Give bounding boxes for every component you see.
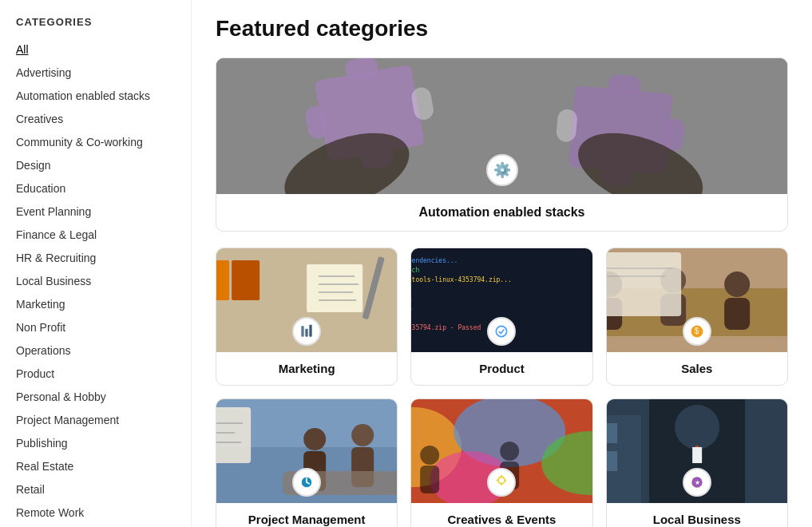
svg-point-60 (303, 428, 326, 450)
sidebar-item: Local Business (16, 271, 175, 292)
card-icon (292, 317, 321, 346)
sidebar-item: Project Management (16, 410, 175, 431)
svg-point-45 (724, 271, 750, 297)
hero-card-image: ⚙️ (216, 58, 787, 194)
sidebar-link[interactable]: Event Planning (16, 201, 175, 223)
card-icon (487, 468, 516, 497)
svg-text:★: ★ (695, 478, 700, 486)
svg-rect-56 (216, 407, 251, 463)
sidebar-link[interactable]: Project Management (16, 410, 175, 431)
card-icon (292, 468, 321, 497)
svg-text:compiling sdk-tools-linux-4353: compiling sdk-tools-linux-4353794.zip... (411, 276, 512, 283)
sidebar-link[interactable]: Finance & Legal (16, 224, 175, 246)
card-image (411, 399, 592, 503)
svg-text:% building dependencies...: % building dependencies... (411, 257, 457, 264)
card-grid: Marketing % building dependencies... sou… (216, 248, 788, 527)
sidebar-title: CATEGORIES (16, 16, 175, 28)
sidebar-item: Automation enabled stacks (16, 85, 175, 107)
svg-point-77 (500, 442, 519, 461)
sidebar-item: HR & Recruiting (16, 248, 175, 269)
card-image: % building dependencies... sources.cmake… (411, 248, 592, 352)
sidebar-link[interactable]: Design (16, 155, 175, 176)
svg-rect-94 (607, 451, 617, 471)
sidebar-item: Marketing (16, 294, 175, 315)
sidebar-item: All (16, 39, 175, 61)
card-image (216, 399, 397, 503)
svg-rect-87 (692, 447, 702, 463)
hero-icon: ⚙️ (486, 154, 518, 186)
sidebar-link[interactable]: Retail (16, 479, 175, 501)
svg-rect-76 (420, 466, 439, 493)
svg-rect-27 (305, 329, 307, 337)
page-title: Featured categories (216, 16, 788, 42)
svg-point-86 (675, 405, 719, 450)
sidebar-item: Remote Work (16, 502, 175, 524)
svg-text:$: $ (694, 327, 699, 335)
sidebar-link[interactable]: HR & Recruiting (16, 248, 175, 269)
category-card[interactable]: $ Sales (606, 248, 788, 386)
svg-point-75 (420, 446, 439, 465)
card-image (216, 248, 397, 352)
sidebar-link[interactable]: Operations (16, 340, 175, 362)
sidebar-link[interactable]: All (16, 39, 175, 61)
sidebar-link[interactable]: Creatives (16, 109, 175, 130)
sidebar-link[interactable]: Community & Co-working (16, 132, 175, 153)
sidebar-item: Operations (16, 340, 175, 362)
svg-text:android-sdk-4535794.zip - Pass: android-sdk-4535794.zip - Passed (411, 324, 481, 331)
card-label: Project Management (216, 503, 397, 527)
sidebar-list: AllAdvertisingAutomation enabled stacksC… (16, 39, 175, 527)
card-label: Sales (607, 352, 787, 385)
category-card[interactable]: Creatives & Events (410, 398, 592, 527)
sidebar-link[interactable]: Advertising (16, 62, 175, 84)
sidebar-link[interactable]: Publishing (16, 433, 175, 454)
svg-rect-16 (232, 260, 259, 300)
card-icon (487, 317, 516, 346)
svg-rect-46 (724, 298, 750, 330)
svg-rect-15 (216, 260, 229, 300)
card-label: Marketing (216, 352, 397, 385)
sidebar-link[interactable]: Non Profit (16, 317, 175, 339)
category-card[interactable]: ★ Local Business (606, 398, 788, 527)
sidebar-item: Community & Co-working (16, 132, 175, 153)
svg-point-62 (351, 424, 374, 446)
hero-card[interactable]: ⚙️ Automation enabled stacks (216, 57, 788, 232)
sidebar-item: Education (16, 178, 175, 200)
card-label: Product (411, 352, 592, 385)
sidebar-item: Event Planning (16, 201, 175, 223)
sidebar-link[interactable]: Automation enabled stacks (16, 85, 175, 107)
sidebar-item: Retail (16, 479, 175, 501)
card-label: Creatives & Events (411, 503, 592, 527)
sidebar-item: Product (16, 363, 175, 385)
sidebar-link[interactable]: Product (16, 363, 175, 385)
sidebar-link[interactable]: Real Estate (16, 456, 175, 477)
card-image: ★ (607, 399, 787, 503)
category-card[interactable]: % building dependencies... sources.cmake… (410, 248, 592, 386)
svg-rect-91 (607, 423, 617, 443)
card-icon: ★ (683, 468, 711, 497)
svg-rect-17 (307, 264, 362, 312)
sidebar-link[interactable]: Education (16, 178, 175, 200)
sidebar-item: Design (16, 155, 175, 176)
sidebar-item: Non Profit (16, 317, 175, 339)
card-image: $ (607, 248, 787, 352)
svg-rect-49 (607, 252, 681, 316)
svg-rect-28 (309, 325, 311, 337)
sidebar-link[interactable]: Marketing (16, 294, 175, 315)
category-card[interactable]: Project Management (216, 398, 398, 527)
sidebar-item: Real Estate (16, 456, 175, 477)
sidebar-item: Creatives (16, 109, 175, 130)
sidebar: CATEGORIES AllAdvertisingAutomation enab… (0, 0, 192, 527)
hero-card-label: Automation enabled stacks (216, 194, 787, 231)
sidebar-item: Finance & Legal (16, 224, 175, 246)
sidebar-item: Advertising (16, 62, 175, 84)
sidebar-item: Personal & Hobby (16, 386, 175, 408)
svg-point-38 (497, 326, 507, 336)
category-card[interactable]: Marketing (216, 248, 398, 386)
sidebar-link[interactable]: Personal & Hobby (16, 386, 175, 408)
sidebar-item: Publishing (16, 433, 175, 454)
card-icon: $ (683, 317, 711, 346)
sidebar-link[interactable]: Local Business (16, 271, 175, 292)
card-label: Local Business (607, 503, 787, 527)
svg-rect-26 (301, 326, 303, 336)
sidebar-link[interactable]: Remote Work (16, 502, 175, 524)
